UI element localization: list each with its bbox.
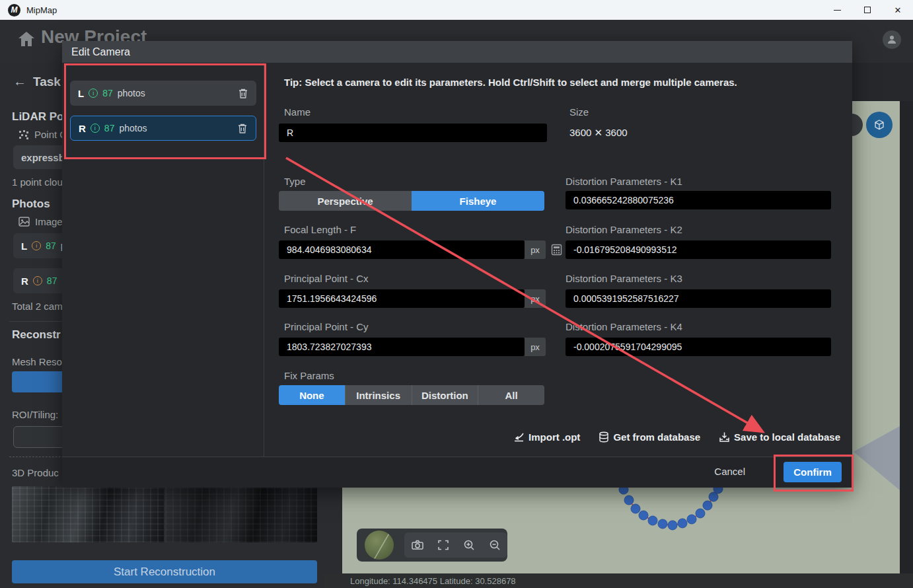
k1-input[interactable]: 0.036665242880075236 <box>566 191 831 209</box>
map-tool-group <box>404 533 507 558</box>
dialog-tip: Tip: Select a camera to edit its paramet… <box>284 77 737 88</box>
minimize-button[interactable] <box>822 0 852 20</box>
sidebar-item-images[interactable]: Images <box>18 216 67 227</box>
task-heading: Task <box>33 75 61 89</box>
fix-option-intrinsics[interactable]: Intrinsics <box>345 385 412 405</box>
status-bar: Longitude: 114.346475 Latitude: 30.52867… <box>324 573 913 588</box>
lidar-heading: LiDAR Poi <box>12 110 67 124</box>
reconstruction-heading: Reconstr <box>12 328 61 342</box>
import-opt-label: Import .opt <box>529 431 580 443</box>
camera-card-name: L <box>21 240 27 252</box>
dialog-footer: Cancel Confirm <box>62 457 852 488</box>
type-option-fisheye[interactable]: Fisheye <box>412 191 544 211</box>
principal-cy-label: Principal Point - Cy <box>284 321 369 332</box>
maximize-button[interactable] <box>852 0 883 20</box>
close-button[interactable]: ✕ <box>883 0 913 20</box>
point-cloud-card-label: expressb <box>21 152 65 163</box>
title-bar: M MipMap ✕ <box>0 0 913 20</box>
calculator-icon[interactable] <box>551 244 562 256</box>
app-logo: M <box>8 4 20 17</box>
dialog-header: Edit Camera <box>62 41 852 63</box>
save-to-local-database-link[interactable]: Save to local database <box>719 431 840 443</box>
get-from-database-link[interactable]: Get from database <box>599 431 700 443</box>
get-from-database-label: Get from database <box>613 431 700 443</box>
info-icon: i <box>33 276 42 285</box>
cx-unit-badge: px <box>525 289 546 308</box>
type-label: Type <box>284 176 306 187</box>
camera-card-name: R <box>21 276 28 287</box>
product-thumbnail-pointcloud[interactable] <box>165 486 317 542</box>
zoom-out-icon[interactable] <box>488 538 501 552</box>
point-cloud-count: 1 point cloud <box>12 176 68 188</box>
name-label: Name <box>284 106 310 118</box>
images-icon <box>18 217 30 227</box>
mesh-resolution-label: Mesh Reso <box>12 356 62 367</box>
database-actions: Import .opt Get from database Save <box>513 431 840 443</box>
k2-input[interactable]: -0.016795208490993512 <box>566 240 831 259</box>
fit-view-icon[interactable] <box>437 538 450 552</box>
map-right-gutter <box>900 101 913 573</box>
annotation-box-camera-list <box>64 63 266 159</box>
app-window: New Project ← Task LiDAR Poi Point Cl ex… <box>0 0 913 588</box>
fix-params-segmented-control: None Intrinsics Distortion All <box>279 385 544 405</box>
k4-input[interactable]: -0.0002075591704299095 <box>566 338 831 356</box>
fix-option-all[interactable]: All <box>478 385 544 405</box>
products-heading: 3D Produc <box>12 467 59 478</box>
zoom-in-icon[interactable] <box>462 538 476 552</box>
type-option-perspective[interactable]: Perspective <box>279 191 412 211</box>
k3-label: Distortion Parameters - K3 <box>566 273 682 284</box>
start-reconstruction-button[interactable]: Start Reconstruction <box>12 560 317 583</box>
camera-card-count: 87 <box>47 276 57 286</box>
principal-cy-input[interactable]: 1803.723827027393 <box>279 338 525 356</box>
back-arrow-icon[interactable]: ← <box>13 74 26 89</box>
map-3d-view-button[interactable] <box>866 112 893 138</box>
type-segmented-control: Perspective Fisheye <box>279 191 544 211</box>
roi-tiling-label: ROI/Tiling: <box>12 409 58 420</box>
k4-label: Distortion Parameters - K4 <box>566 321 682 332</box>
k2-label: Distortion Parameters - K2 <box>566 224 682 235</box>
k1-label: Distortion Parameters - K1 <box>566 176 682 187</box>
cy-unit-badge: px <box>525 338 546 356</box>
cancel-button[interactable]: Cancel <box>714 466 745 477</box>
fix-option-none[interactable]: None <box>279 385 345 405</box>
name-input[interactable]: R <box>279 124 547 142</box>
map-toolbar <box>357 529 507 562</box>
point-cloud-icon <box>18 129 29 140</box>
import-icon <box>513 432 525 442</box>
principal-cx-label: Principal Point - Cx <box>284 273 369 284</box>
focal-length-input[interactable]: 984.4046983080634 <box>279 240 525 259</box>
info-icon: i <box>32 241 41 250</box>
camera-capture-icon[interactable] <box>411 538 424 552</box>
camera-total: Total 2 came <box>12 301 68 312</box>
user-avatar[interactable] <box>883 30 901 49</box>
focal-unit-badge: px <box>525 240 546 259</box>
import-opt-link[interactable]: Import .opt <box>513 431 580 443</box>
principal-cx-input[interactable]: 1751.1956643424596 <box>279 289 525 308</box>
photos-heading: Photos <box>12 198 50 211</box>
size-label: Size <box>569 106 589 118</box>
dialog-title: Edit Camera <box>71 46 130 58</box>
database-icon <box>599 431 609 443</box>
app-title: MipMap <box>26 5 57 15</box>
k3-input[interactable]: 0.0005391952587516227 <box>566 289 831 308</box>
size-value: 3600 ✕ 3600 <box>569 127 628 139</box>
home-icon[interactable] <box>17 30 36 48</box>
product-thumbnail-mesh[interactable] <box>12 486 164 542</box>
person-icon <box>887 34 897 45</box>
map-basemap-preview[interactable] <box>365 531 394 560</box>
annotation-box-confirm <box>774 455 854 492</box>
focal-length-label: Focal Length - F <box>284 224 356 235</box>
cube-icon <box>873 119 885 131</box>
fix-option-distortion[interactable]: Distortion <box>412 385 478 405</box>
coordinates-readout: Longitude: 114.346475 Latitude: 30.52867… <box>350 576 516 586</box>
save-to-local-database-label: Save to local database <box>734 431 840 443</box>
camera-card-count: 87 <box>46 240 56 251</box>
window-controls: ✕ <box>822 0 913 20</box>
save-icon <box>719 431 730 443</box>
fix-params-label: Fix Params <box>284 370 334 381</box>
